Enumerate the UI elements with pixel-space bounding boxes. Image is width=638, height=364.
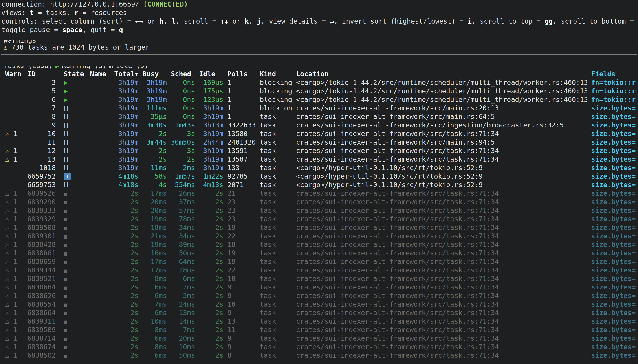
task-fields: size.bytes= <box>587 130 637 138</box>
column-header-id[interactable]: ID <box>21 70 56 78</box>
tasks-count-label: Tasks (2056) <box>4 66 52 70</box>
warning-icon: ⚠ <box>5 283 9 291</box>
column-header-state[interactable]: State <box>56 70 84 78</box>
stop-icon: ■ <box>64 268 67 274</box>
task-row[interactable]: ⚠ 16839526■2s17ms26ms2s21taskcrates/sui-… <box>1 189 637 198</box>
task-row[interactable]: ⚠ 16839301■2s21ms34ms2s22taskcrates/sui-… <box>1 232 637 240</box>
task-row[interactable]: 6▶3h19m3h19m0ns123µs1blocking<cargo>/tok… <box>1 96 637 104</box>
column-header-total[interactable]: Total▾ <box>110 70 138 78</box>
task-fields: size.bytes= <box>587 258 637 266</box>
task-row[interactable]: ⚠ 16839329■2s19ms78ms2s23taskcrates/sui-… <box>1 215 637 223</box>
task-row[interactable]: ⚠ 16838428■2s19ms89ms2s18taskcrates/sui-… <box>1 240 637 249</box>
task-fields: size.bytes= <box>587 326 637 334</box>
help-text: = tasks, <box>34 9 74 16</box>
total-duration: 3h19m <box>110 78 138 87</box>
stop-icon: ■ <box>64 310 67 316</box>
sched-duration: 64ms <box>167 258 195 266</box>
task-row[interactable]: ⚠ 16838664■2s6ms13ms2s9taskcrates/sui-in… <box>1 308 637 317</box>
task-id: 6839301 <box>21 232 56 240</box>
sched-duration: 89ms <box>167 240 195 249</box>
task-location: crates/sui-indexer-alt-framework/src/tas… <box>292 215 587 223</box>
task-row[interactable]: ⚠ 16839508■2s18ms34ms2s19taskcrates/sui-… <box>1 223 637 232</box>
task-id: 6839508 <box>21 223 56 232</box>
task-row[interactable]: ⚠ 16839290■2s20ms37ms2s23taskcrates/sui-… <box>1 198 637 206</box>
task-row[interactable]: ⚠ 16838661■2s16ms50ms2s19taskcrates/sui-… <box>1 249 637 258</box>
stop-icon: ■ <box>64 284 67 291</box>
task-row[interactable]: 113h19m3m44s30m50s2h44m2401320taskcrates… <box>1 138 637 146</box>
task-fields: size.bytes= <box>587 164 637 172</box>
warning-icon: ⚠ <box>5 317 9 325</box>
task-row[interactable]: ⚠ 16839521■2s8ms6ms2s10taskcrates/sui-in… <box>1 274 637 283</box>
task-kind: task <box>256 300 292 308</box>
play-icon: ▶ <box>64 78 68 86</box>
task-kind: task <box>256 308 292 317</box>
busy-duration: 17ms <box>138 266 167 274</box>
help-text: , scroll = <box>176 17 220 25</box>
busy-duration: 3h19m <box>138 87 167 96</box>
task-id: 12 <box>21 146 56 155</box>
help-text: (CONNECTED) <box>143 0 188 8</box>
column-header-kind[interactable]: Kind <box>256 70 292 78</box>
task-row[interactable]: ⚠ 16838659■2s17ms64ms2s19taskcrates/sui-… <box>1 258 637 266</box>
task-fields: size.bytes= <box>587 198 637 206</box>
help-text: ↵ <box>330 17 334 25</box>
task-row[interactable]: ⚠ 16838626■2s6ms5ms2s9taskcrates/sui-ind… <box>1 292 637 300</box>
task-row[interactable]: ⚠ 16838684■2s6ms7ms2s9taskcrates/sui-ind… <box>1 283 637 292</box>
column-header-warn[interactable]: Warn <box>1 70 21 78</box>
warn-cell <box>1 121 21 130</box>
state-cell: ■ <box>56 300 84 308</box>
task-kind: task <box>256 317 292 326</box>
task-fields: size.bytes= <box>587 206 637 215</box>
task-row[interactable]: 6659752↑4m18s58s1m57s1m22s92785task<carg… <box>1 172 637 181</box>
task-name <box>84 138 110 146</box>
state-cell <box>56 181 84 189</box>
task-row[interactable]: ⚠ 1123h19m2s3s3h19m13591taskcrates/sui-i… <box>1 146 637 155</box>
column-header-fields[interactable]: Fields <box>587 70 637 78</box>
task-row[interactable]: ⚠ 1133h19m2s2s3h19m13587taskcrates/sui-i… <box>1 155 637 164</box>
total-duration: 4m18s <box>110 172 138 181</box>
tasks-panel: Tasks (2056) ▶ Running (3) Idle (9) Warn… <box>1 66 637 363</box>
task-row[interactable]: ⚠ 16838674■2s8ms10ms2s9taskcrates/sui-in… <box>1 343 637 351</box>
task-row[interactable]: 93h19m3m30s1m43s3h13m3322633taskcrates/s… <box>1 121 637 130</box>
stop-icon: ■ <box>64 199 67 206</box>
polls-count: 8 <box>223 351 256 360</box>
column-header-sched[interactable]: Sched <box>167 70 195 78</box>
idle-duration: 2s <box>195 308 223 317</box>
column-header-idle[interactable]: Idle <box>195 70 223 78</box>
task-fields: fn=tokio::r <box>587 96 637 104</box>
stop-icon: ■ <box>64 191 67 197</box>
total-duration: 2s <box>110 249 138 258</box>
task-row[interactable]: ⚠ 1103h19m2s3s3h19m13580taskcrates/sui-i… <box>1 130 637 138</box>
task-row[interactable]: ⚠ 16839333■2s20ms57ms2s23taskcrates/sui-… <box>1 206 637 215</box>
warn-cell: ⚠ 1 <box>1 240 21 249</box>
task-row[interactable]: ⚠ 16839344■2s17ms28ms2s22taskcrates/sui-… <box>1 266 637 274</box>
task-name <box>84 121 110 130</box>
task-row[interactable]: 10183h19m11ms2ms3h19m133task<cargo>/hype… <box>1 164 637 172</box>
task-row[interactable]: 83h19m35µs0ns3h19m1taskcrates/sui-indexe… <box>1 112 637 121</box>
task-row[interactable]: ⚠ 16839509■2s8ms7ms2s11taskcrates/sui-in… <box>1 326 637 334</box>
warning-icon: ⚠ <box>5 352 9 359</box>
help-text: r <box>74 9 78 16</box>
task-row[interactable]: 73h19m111ms0ns3h19m1block_oncrates/sui-i… <box>1 104 637 112</box>
task-row[interactable]: 66597534m18s4s554ms4m13s2071task<cargo>/… <box>1 181 637 189</box>
stop-icon: ■ <box>64 276 67 282</box>
task-id: 6838684 <box>21 283 56 292</box>
column-header-polls[interactable]: Polls <box>223 70 256 78</box>
column-header-name[interactable]: Name <box>84 70 110 78</box>
task-row[interactable]: ⚠ 16838554■2s7ms24ms2s10taskcrates/sui-i… <box>1 300 637 308</box>
help-text: k <box>245 17 249 25</box>
task-row[interactable]: ⚠ 16839311■2s10ms14ms2s13taskcrates/sui-… <box>1 317 637 326</box>
column-header-loc[interactable]: Location <box>292 70 587 78</box>
sched-duration: 50ms <box>167 351 195 360</box>
task-fields: size.bytes= <box>587 300 637 308</box>
sched-duration: 57ms <box>167 206 195 215</box>
polls-count: 1 <box>223 78 256 87</box>
task-row[interactable]: ⚠ 16838502■2s6ms50ms2s8taskcrates/sui-in… <box>1 351 637 360</box>
warning-icon: ⚠ <box>5 224 9 231</box>
task-row[interactable]: 3▶3h19m3h19m0ns169µs1blocking<cargo>/tok… <box>1 78 637 87</box>
task-id: 8 <box>21 112 56 121</box>
column-header-busy[interactable]: Busy <box>138 70 167 78</box>
task-row[interactable]: 5▶3h19m3h19m0ns175µs1blocking<cargo>/tok… <box>1 87 637 96</box>
task-location: crates/sui-indexer-alt-framework/src/tas… <box>292 308 587 317</box>
task-row[interactable]: ⚠ 16838714■2s6ms20ms2s9taskcrates/sui-in… <box>1 334 637 343</box>
